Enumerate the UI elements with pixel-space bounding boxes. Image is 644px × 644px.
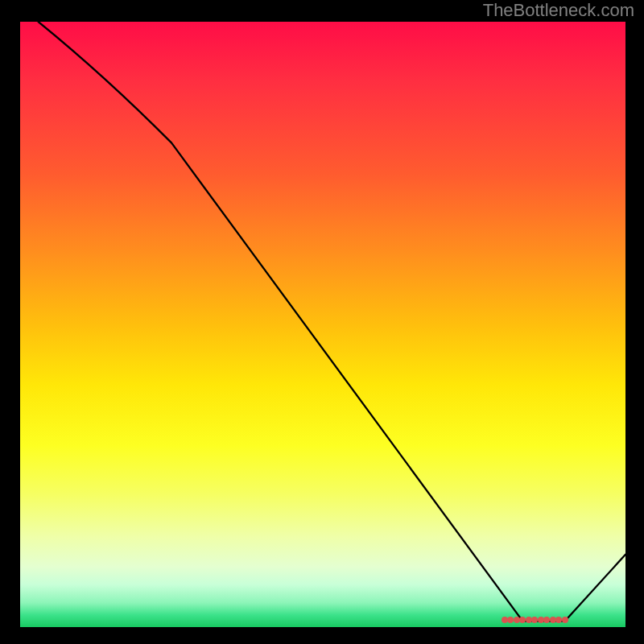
- data-marker: [550, 617, 556, 623]
- chart-frame: TheBottleneck.com: [0, 0, 644, 644]
- curve-path: [39, 22, 625, 621]
- data-marker: [507, 617, 514, 623]
- data-marker: [514, 617, 520, 623]
- data-marker: [538, 617, 544, 623]
- data-marker: [526, 617, 532, 623]
- curve-svg: [20, 22, 625, 627]
- data-marker: [519, 617, 526, 623]
- data-marker: [543, 617, 550, 623]
- plot-area: [20, 22, 625, 627]
- data-marker: [502, 617, 508, 623]
- watermark-text: TheBottleneck.com: [483, 0, 634, 21]
- data-marker: [555, 617, 562, 623]
- data-marker: [531, 617, 538, 623]
- data-marker: [562, 617, 568, 623]
